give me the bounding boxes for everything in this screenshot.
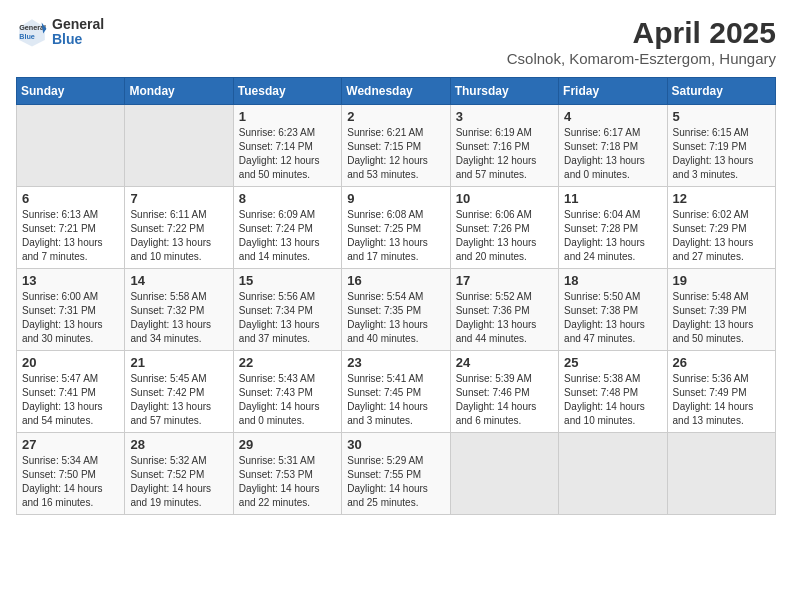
- calendar-cell: 11Sunrise: 6:04 AMSunset: 7:28 PMDayligh…: [559, 187, 667, 269]
- calendar-cell: 30Sunrise: 5:29 AMSunset: 7:55 PMDayligh…: [342, 433, 450, 515]
- calendar-cell: 10Sunrise: 6:06 AMSunset: 7:26 PMDayligh…: [450, 187, 558, 269]
- day-number: 7: [130, 191, 227, 206]
- day-number: 9: [347, 191, 444, 206]
- day-detail: Sunrise: 5:43 AMSunset: 7:43 PMDaylight:…: [239, 372, 336, 428]
- weekday-header-saturday: Saturday: [667, 78, 775, 105]
- calendar-cell: 1Sunrise: 6:23 AMSunset: 7:14 PMDaylight…: [233, 105, 341, 187]
- calendar-cell: 12Sunrise: 6:02 AMSunset: 7:29 PMDayligh…: [667, 187, 775, 269]
- day-number: 11: [564, 191, 661, 206]
- day-detail: Sunrise: 5:50 AMSunset: 7:38 PMDaylight:…: [564, 290, 661, 346]
- calendar-cell: [559, 433, 667, 515]
- page-subtitle: Csolnok, Komarom-Esztergom, Hungary: [507, 50, 776, 67]
- day-detail: Sunrise: 5:41 AMSunset: 7:45 PMDaylight:…: [347, 372, 444, 428]
- day-number: 1: [239, 109, 336, 124]
- day-number: 20: [22, 355, 119, 370]
- calendar: SundayMondayTuesdayWednesdayThursdayFrid…: [16, 77, 776, 515]
- calendar-cell: 22Sunrise: 5:43 AMSunset: 7:43 PMDayligh…: [233, 351, 341, 433]
- calendar-cell: 8Sunrise: 6:09 AMSunset: 7:24 PMDaylight…: [233, 187, 341, 269]
- day-detail: Sunrise: 6:23 AMSunset: 7:14 PMDaylight:…: [239, 126, 336, 182]
- day-detail: Sunrise: 6:19 AMSunset: 7:16 PMDaylight:…: [456, 126, 553, 182]
- logo-general-text: General: [52, 17, 104, 32]
- day-detail: Sunrise: 5:32 AMSunset: 7:52 PMDaylight:…: [130, 454, 227, 510]
- page-title: April 2025: [507, 16, 776, 50]
- day-detail: Sunrise: 5:48 AMSunset: 7:39 PMDaylight:…: [673, 290, 770, 346]
- day-detail: Sunrise: 5:38 AMSunset: 7:48 PMDaylight:…: [564, 372, 661, 428]
- day-detail: Sunrise: 6:04 AMSunset: 7:28 PMDaylight:…: [564, 208, 661, 264]
- day-number: 2: [347, 109, 444, 124]
- calendar-cell: 15Sunrise: 5:56 AMSunset: 7:34 PMDayligh…: [233, 269, 341, 351]
- calendar-cell: [125, 105, 233, 187]
- day-number: 14: [130, 273, 227, 288]
- calendar-cell: 25Sunrise: 5:38 AMSunset: 7:48 PMDayligh…: [559, 351, 667, 433]
- day-number: 24: [456, 355, 553, 370]
- calendar-cell: 2Sunrise: 6:21 AMSunset: 7:15 PMDaylight…: [342, 105, 450, 187]
- week-row-2: 6Sunrise: 6:13 AMSunset: 7:21 PMDaylight…: [17, 187, 776, 269]
- day-number: 15: [239, 273, 336, 288]
- weekday-header-monday: Monday: [125, 78, 233, 105]
- week-row-5: 27Sunrise: 5:34 AMSunset: 7:50 PMDayligh…: [17, 433, 776, 515]
- day-detail: Sunrise: 5:34 AMSunset: 7:50 PMDaylight:…: [22, 454, 119, 510]
- day-number: 30: [347, 437, 444, 452]
- weekday-header-sunday: Sunday: [17, 78, 125, 105]
- day-number: 25: [564, 355, 661, 370]
- day-detail: Sunrise: 5:58 AMSunset: 7:32 PMDaylight:…: [130, 290, 227, 346]
- weekday-header-thursday: Thursday: [450, 78, 558, 105]
- calendar-cell: [450, 433, 558, 515]
- day-detail: Sunrise: 5:39 AMSunset: 7:46 PMDaylight:…: [456, 372, 553, 428]
- day-detail: Sunrise: 5:54 AMSunset: 7:35 PMDaylight:…: [347, 290, 444, 346]
- day-number: 3: [456, 109, 553, 124]
- day-detail: Sunrise: 6:17 AMSunset: 7:18 PMDaylight:…: [564, 126, 661, 182]
- day-number: 19: [673, 273, 770, 288]
- calendar-cell: 5Sunrise: 6:15 AMSunset: 7:19 PMDaylight…: [667, 105, 775, 187]
- weekday-header-row: SundayMondayTuesdayWednesdayThursdayFrid…: [17, 78, 776, 105]
- day-number: 13: [22, 273, 119, 288]
- calendar-cell: 13Sunrise: 6:00 AMSunset: 7:31 PMDayligh…: [17, 269, 125, 351]
- calendar-cell: 17Sunrise: 5:52 AMSunset: 7:36 PMDayligh…: [450, 269, 558, 351]
- calendar-cell: 21Sunrise: 5:45 AMSunset: 7:42 PMDayligh…: [125, 351, 233, 433]
- day-number: 21: [130, 355, 227, 370]
- day-detail: Sunrise: 5:29 AMSunset: 7:55 PMDaylight:…: [347, 454, 444, 510]
- day-number: 26: [673, 355, 770, 370]
- calendar-cell: 6Sunrise: 6:13 AMSunset: 7:21 PMDaylight…: [17, 187, 125, 269]
- logo-icon: General Blue: [16, 16, 48, 48]
- weekday-header-tuesday: Tuesday: [233, 78, 341, 105]
- calendar-cell: 27Sunrise: 5:34 AMSunset: 7:50 PMDayligh…: [17, 433, 125, 515]
- calendar-cell: 19Sunrise: 5:48 AMSunset: 7:39 PMDayligh…: [667, 269, 775, 351]
- day-number: 8: [239, 191, 336, 206]
- logo-blue-text: Blue: [52, 32, 104, 47]
- day-number: 4: [564, 109, 661, 124]
- day-number: 5: [673, 109, 770, 124]
- day-detail: Sunrise: 6:09 AMSunset: 7:24 PMDaylight:…: [239, 208, 336, 264]
- day-detail: Sunrise: 6:06 AMSunset: 7:26 PMDaylight:…: [456, 208, 553, 264]
- day-detail: Sunrise: 5:56 AMSunset: 7:34 PMDaylight:…: [239, 290, 336, 346]
- day-detail: Sunrise: 5:45 AMSunset: 7:42 PMDaylight:…: [130, 372, 227, 428]
- day-detail: Sunrise: 6:00 AMSunset: 7:31 PMDaylight:…: [22, 290, 119, 346]
- week-row-1: 1Sunrise: 6:23 AMSunset: 7:14 PMDaylight…: [17, 105, 776, 187]
- day-detail: Sunrise: 6:02 AMSunset: 7:29 PMDaylight:…: [673, 208, 770, 264]
- day-number: 18: [564, 273, 661, 288]
- calendar-cell: 28Sunrise: 5:32 AMSunset: 7:52 PMDayligh…: [125, 433, 233, 515]
- day-detail: Sunrise: 6:15 AMSunset: 7:19 PMDaylight:…: [673, 126, 770, 182]
- day-number: 10: [456, 191, 553, 206]
- day-detail: Sunrise: 5:31 AMSunset: 7:53 PMDaylight:…: [239, 454, 336, 510]
- day-number: 17: [456, 273, 553, 288]
- calendar-cell: 24Sunrise: 5:39 AMSunset: 7:46 PMDayligh…: [450, 351, 558, 433]
- day-number: 22: [239, 355, 336, 370]
- svg-text:Blue: Blue: [19, 32, 35, 41]
- calendar-cell: 3Sunrise: 6:19 AMSunset: 7:16 PMDaylight…: [450, 105, 558, 187]
- day-number: 29: [239, 437, 336, 452]
- calendar-cell: 29Sunrise: 5:31 AMSunset: 7:53 PMDayligh…: [233, 433, 341, 515]
- week-row-3: 13Sunrise: 6:00 AMSunset: 7:31 PMDayligh…: [17, 269, 776, 351]
- calendar-cell: 26Sunrise: 5:36 AMSunset: 7:49 PMDayligh…: [667, 351, 775, 433]
- day-number: 28: [130, 437, 227, 452]
- header: General Blue General Blue April 2025 Cso…: [16, 16, 776, 67]
- week-row-4: 20Sunrise: 5:47 AMSunset: 7:41 PMDayligh…: [17, 351, 776, 433]
- calendar-cell: 16Sunrise: 5:54 AMSunset: 7:35 PMDayligh…: [342, 269, 450, 351]
- day-detail: Sunrise: 5:36 AMSunset: 7:49 PMDaylight:…: [673, 372, 770, 428]
- calendar-cell: 9Sunrise: 6:08 AMSunset: 7:25 PMDaylight…: [342, 187, 450, 269]
- day-number: 12: [673, 191, 770, 206]
- day-number: 16: [347, 273, 444, 288]
- day-detail: Sunrise: 5:52 AMSunset: 7:36 PMDaylight:…: [456, 290, 553, 346]
- day-detail: Sunrise: 6:21 AMSunset: 7:15 PMDaylight:…: [347, 126, 444, 182]
- day-number: 6: [22, 191, 119, 206]
